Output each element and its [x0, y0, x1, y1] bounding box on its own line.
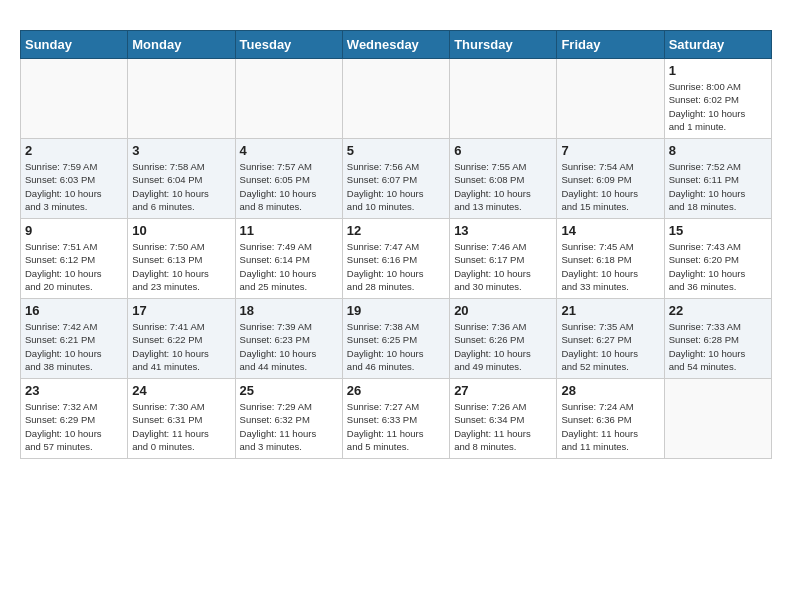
day-number: 20: [454, 303, 552, 318]
calendar-day: [235, 59, 342, 139]
day-info: Sunrise: 7:56 AM Sunset: 6:07 PM Dayligh…: [347, 160, 445, 213]
calendar-week-1: 1Sunrise: 8:00 AM Sunset: 6:02 PM Daylig…: [21, 59, 772, 139]
calendar-day: 19Sunrise: 7:38 AM Sunset: 6:25 PM Dayli…: [342, 299, 449, 379]
day-number: 26: [347, 383, 445, 398]
day-number: 28: [561, 383, 659, 398]
calendar-day: [128, 59, 235, 139]
day-info: Sunrise: 7:50 AM Sunset: 6:13 PM Dayligh…: [132, 240, 230, 293]
day-info: Sunrise: 7:46 AM Sunset: 6:17 PM Dayligh…: [454, 240, 552, 293]
day-number: 17: [132, 303, 230, 318]
day-number: 18: [240, 303, 338, 318]
calendar-day: 23Sunrise: 7:32 AM Sunset: 6:29 PM Dayli…: [21, 379, 128, 459]
calendar-day: 22Sunrise: 7:33 AM Sunset: 6:28 PM Dayli…: [664, 299, 771, 379]
calendar-day: [557, 59, 664, 139]
day-info: Sunrise: 7:57 AM Sunset: 6:05 PM Dayligh…: [240, 160, 338, 213]
calendar-week-3: 9Sunrise: 7:51 AM Sunset: 6:12 PM Daylig…: [21, 219, 772, 299]
calendar-day: [21, 59, 128, 139]
day-number: 4: [240, 143, 338, 158]
day-number: 23: [25, 383, 123, 398]
day-info: Sunrise: 7:43 AM Sunset: 6:20 PM Dayligh…: [669, 240, 767, 293]
calendar-day: 3Sunrise: 7:58 AM Sunset: 6:04 PM Daylig…: [128, 139, 235, 219]
day-info: Sunrise: 7:47 AM Sunset: 6:16 PM Dayligh…: [347, 240, 445, 293]
day-info: Sunrise: 7:58 AM Sunset: 6:04 PM Dayligh…: [132, 160, 230, 213]
weekday-monday: Monday: [128, 31, 235, 59]
day-number: 16: [25, 303, 123, 318]
day-number: 7: [561, 143, 659, 158]
calendar-day: 11Sunrise: 7:49 AM Sunset: 6:14 PM Dayli…: [235, 219, 342, 299]
day-number: 12: [347, 223, 445, 238]
calendar-day: 21Sunrise: 7:35 AM Sunset: 6:27 PM Dayli…: [557, 299, 664, 379]
calendar-week-5: 23Sunrise: 7:32 AM Sunset: 6:29 PM Dayli…: [21, 379, 772, 459]
day-number: 22: [669, 303, 767, 318]
day-info: Sunrise: 7:27 AM Sunset: 6:33 PM Dayligh…: [347, 400, 445, 453]
calendar-day: 8Sunrise: 7:52 AM Sunset: 6:11 PM Daylig…: [664, 139, 771, 219]
calendar-day: 7Sunrise: 7:54 AM Sunset: 6:09 PM Daylig…: [557, 139, 664, 219]
calendar-day: 26Sunrise: 7:27 AM Sunset: 6:33 PM Dayli…: [342, 379, 449, 459]
calendar-day: 24Sunrise: 7:30 AM Sunset: 6:31 PM Dayli…: [128, 379, 235, 459]
calendar-day: 28Sunrise: 7:24 AM Sunset: 6:36 PM Dayli…: [557, 379, 664, 459]
calendar-day: [342, 59, 449, 139]
weekday-tuesday: Tuesday: [235, 31, 342, 59]
day-number: 5: [347, 143, 445, 158]
calendar-day: 16Sunrise: 7:42 AM Sunset: 6:21 PM Dayli…: [21, 299, 128, 379]
day-info: Sunrise: 7:49 AM Sunset: 6:14 PM Dayligh…: [240, 240, 338, 293]
calendar-day: 27Sunrise: 7:26 AM Sunset: 6:34 PM Dayli…: [450, 379, 557, 459]
calendar-day: 9Sunrise: 7:51 AM Sunset: 6:12 PM Daylig…: [21, 219, 128, 299]
day-info: Sunrise: 7:24 AM Sunset: 6:36 PM Dayligh…: [561, 400, 659, 453]
day-info: Sunrise: 7:51 AM Sunset: 6:12 PM Dayligh…: [25, 240, 123, 293]
calendar-day: 17Sunrise: 7:41 AM Sunset: 6:22 PM Dayli…: [128, 299, 235, 379]
calendar-day: 14Sunrise: 7:45 AM Sunset: 6:18 PM Dayli…: [557, 219, 664, 299]
calendar-day: [664, 379, 771, 459]
day-number: 2: [25, 143, 123, 158]
day-number: 3: [132, 143, 230, 158]
calendar-day: 1Sunrise: 8:00 AM Sunset: 6:02 PM Daylig…: [664, 59, 771, 139]
calendar-day: 5Sunrise: 7:56 AM Sunset: 6:07 PM Daylig…: [342, 139, 449, 219]
day-number: 25: [240, 383, 338, 398]
day-info: Sunrise: 7:30 AM Sunset: 6:31 PM Dayligh…: [132, 400, 230, 453]
day-number: 6: [454, 143, 552, 158]
day-number: 14: [561, 223, 659, 238]
day-info: Sunrise: 7:39 AM Sunset: 6:23 PM Dayligh…: [240, 320, 338, 373]
day-info: Sunrise: 7:59 AM Sunset: 6:03 PM Dayligh…: [25, 160, 123, 213]
day-info: Sunrise: 7:52 AM Sunset: 6:11 PM Dayligh…: [669, 160, 767, 213]
weekday-friday: Friday: [557, 31, 664, 59]
day-info: Sunrise: 7:54 AM Sunset: 6:09 PM Dayligh…: [561, 160, 659, 213]
calendar-day: 10Sunrise: 7:50 AM Sunset: 6:13 PM Dayli…: [128, 219, 235, 299]
day-info: Sunrise: 8:00 AM Sunset: 6:02 PM Dayligh…: [669, 80, 767, 133]
day-number: 24: [132, 383, 230, 398]
calendar-week-4: 16Sunrise: 7:42 AM Sunset: 6:21 PM Dayli…: [21, 299, 772, 379]
day-info: Sunrise: 7:38 AM Sunset: 6:25 PM Dayligh…: [347, 320, 445, 373]
day-info: Sunrise: 7:45 AM Sunset: 6:18 PM Dayligh…: [561, 240, 659, 293]
day-info: Sunrise: 7:29 AM Sunset: 6:32 PM Dayligh…: [240, 400, 338, 453]
day-number: 9: [25, 223, 123, 238]
weekday-saturday: Saturday: [664, 31, 771, 59]
calendar-week-2: 2Sunrise: 7:59 AM Sunset: 6:03 PM Daylig…: [21, 139, 772, 219]
day-info: Sunrise: 7:55 AM Sunset: 6:08 PM Dayligh…: [454, 160, 552, 213]
day-number: 1: [669, 63, 767, 78]
day-number: 8: [669, 143, 767, 158]
calendar-day: 4Sunrise: 7:57 AM Sunset: 6:05 PM Daylig…: [235, 139, 342, 219]
calendar: SundayMondayTuesdayWednesdayThursdayFrid…: [20, 30, 772, 459]
day-number: 15: [669, 223, 767, 238]
calendar-day: 13Sunrise: 7:46 AM Sunset: 6:17 PM Dayli…: [450, 219, 557, 299]
day-number: 21: [561, 303, 659, 318]
day-number: 27: [454, 383, 552, 398]
day-info: Sunrise: 7:41 AM Sunset: 6:22 PM Dayligh…: [132, 320, 230, 373]
day-info: Sunrise: 7:42 AM Sunset: 6:21 PM Dayligh…: [25, 320, 123, 373]
calendar-day: 15Sunrise: 7:43 AM Sunset: 6:20 PM Dayli…: [664, 219, 771, 299]
calendar-day: 20Sunrise: 7:36 AM Sunset: 6:26 PM Dayli…: [450, 299, 557, 379]
day-info: Sunrise: 7:26 AM Sunset: 6:34 PM Dayligh…: [454, 400, 552, 453]
calendar-day: [450, 59, 557, 139]
calendar-day: 18Sunrise: 7:39 AM Sunset: 6:23 PM Dayli…: [235, 299, 342, 379]
day-info: Sunrise: 7:32 AM Sunset: 6:29 PM Dayligh…: [25, 400, 123, 453]
calendar-day: 2Sunrise: 7:59 AM Sunset: 6:03 PM Daylig…: [21, 139, 128, 219]
day-info: Sunrise: 7:36 AM Sunset: 6:26 PM Dayligh…: [454, 320, 552, 373]
day-number: 10: [132, 223, 230, 238]
day-info: Sunrise: 7:35 AM Sunset: 6:27 PM Dayligh…: [561, 320, 659, 373]
calendar-day: 12Sunrise: 7:47 AM Sunset: 6:16 PM Dayli…: [342, 219, 449, 299]
day-info: Sunrise: 7:33 AM Sunset: 6:28 PM Dayligh…: [669, 320, 767, 373]
day-number: 13: [454, 223, 552, 238]
day-number: 19: [347, 303, 445, 318]
calendar-day: 6Sunrise: 7:55 AM Sunset: 6:08 PM Daylig…: [450, 139, 557, 219]
weekday-thursday: Thursday: [450, 31, 557, 59]
